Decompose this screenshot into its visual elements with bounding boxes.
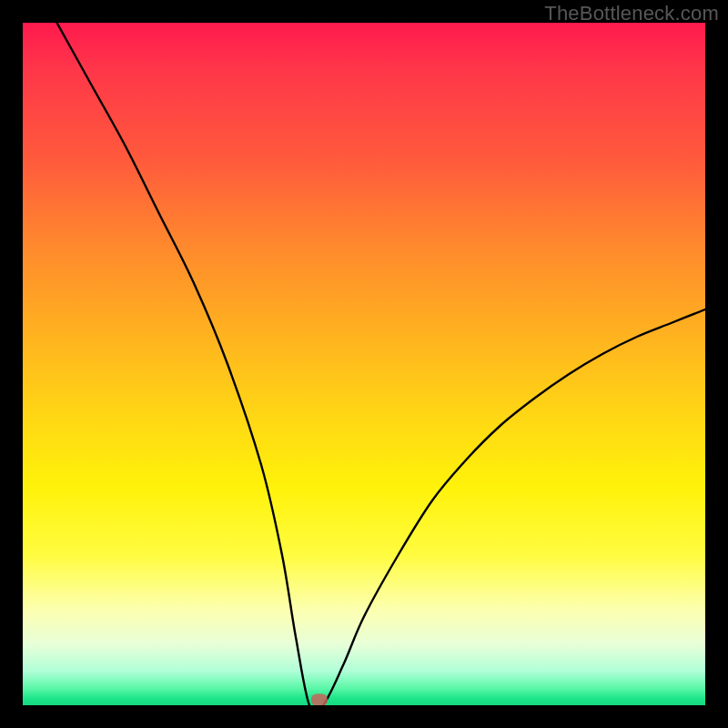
plot-area [23, 23, 705, 705]
minimum-marker [311, 694, 328, 706]
bottleneck-curve [23, 23, 705, 705]
watermark-text: TheBottleneck.com [544, 2, 719, 25]
chart-frame: TheBottleneck.com [0, 0, 728, 728]
